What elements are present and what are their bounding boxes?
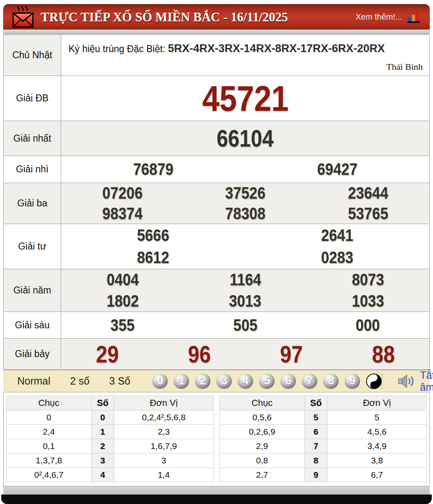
table-row: 0,8 8 3,8 (220, 454, 427, 468)
summary-cell: 1,4 (114, 468, 214, 482)
column-header-so: Số (91, 396, 114, 410)
ball-1[interactable]: 1 (174, 373, 189, 389)
prize-row-5: Giải năm 0404 1164 8073 1802 3013 1033 (4, 269, 429, 312)
weekday-label: Chủ Nhật (4, 35, 61, 76)
speaker-icon[interactable] (398, 374, 415, 388)
table-row: 1,3,7,8 3 3 (7, 454, 214, 468)
ball-2[interactable]: 2 (195, 373, 210, 389)
prize-number: 66104 (217, 126, 274, 150)
chart-icon (406, 11, 421, 24)
table-row: 2,4 1 2,3 (7, 425, 214, 439)
column-header-chuc: Chục (7, 396, 92, 410)
summary-table-right: Chục Số Đơn Vị 0,5,6 5 5 0,2,6,9 6 4,5,6… (219, 396, 427, 482)
summary-cell: 4 (91, 468, 114, 482)
table-row: 0 0 0,2,4²,5,6,8 (7, 410, 214, 425)
prize-number: 0404 (106, 271, 138, 288)
province-label: Thái Bình (386, 62, 423, 72)
envelope-icon (12, 6, 34, 29)
prize-label: Giải ba (4, 183, 61, 224)
prize-number: 29 (96, 342, 118, 366)
column-header-chuc: Chục (220, 396, 305, 410)
prize-label: Giải sáu (4, 312, 61, 338)
table-row: 0,1 2 1,6,7,9 (7, 439, 214, 454)
header-divider-band (3, 30, 430, 35)
summary-cell: 5 (304, 410, 327, 425)
summary-cell: 0²,4,6,7 (7, 468, 92, 482)
prize-row-4: Giải tư 5666 2641 8612 0283 (4, 224, 429, 269)
lottery-widget: TRỰC TIẾP XỔ SỐ MIỀN BẮC - 16/11/2025 Xe… (0, 0, 433, 504)
prize-number: 1802 (106, 293, 138, 309)
summary-cell: 1,3,7,8 (7, 454, 92, 468)
prize-number: 8612 (137, 249, 169, 266)
header-bar: TRỰC TIẾP XỔ SỐ MIỀN BẮC - 16/11/2025 Xe… (3, 4, 430, 30)
summary-cell: 4,5,6 (327, 425, 427, 439)
prize-number: 23644 (348, 185, 388, 202)
ball-0[interactable]: 0 (152, 373, 168, 389)
ball-7[interactable]: 7 (302, 373, 317, 389)
mode-2digits-button[interactable]: 2 số (60, 375, 99, 387)
table-row: 0,5,6 5 5 (220, 410, 427, 425)
see-more-link[interactable]: Xem thêm!... (356, 11, 421, 24)
summary-cell: 0 (91, 410, 114, 425)
table-row: 2,9 7 3,4,9 (220, 439, 427, 454)
mode-3digits-button[interactable]: 3 Số (99, 375, 140, 387)
prize-label: Giải ĐB (4, 76, 61, 121)
prize-row-7: Giải bảy 29 96 97 88 (4, 339, 429, 370)
column-header-donvi: Đơn Vị (114, 396, 214, 410)
page-title: TRỰC TIẾP XỔ SỐ MIỀN BẮC - 16/11/2025 (41, 10, 288, 25)
prize-label: Giải năm (4, 269, 61, 312)
mode-normal-button[interactable]: Normal (7, 375, 60, 387)
prize-number: 2641 (321, 227, 353, 244)
ball-3[interactable]: 3 (216, 373, 232, 389)
prize-row-db: Giải ĐB 45721 (4, 76, 429, 121)
summary-cell: 2,3 (114, 425, 214, 439)
prize-number: 8073 (352, 271, 384, 288)
prize-number: 45721 (202, 80, 288, 117)
summary-cell: 6 (304, 425, 327, 439)
prize-number: 1033 (352, 293, 384, 309)
summary-cell: 3,8 (327, 454, 427, 468)
prize-number: 88 (372, 342, 394, 366)
ball-8[interactable]: 8 (323, 373, 339, 389)
summary-cell: 0,2,4²,5,6,8 (114, 410, 214, 425)
summary-cell: 2,7 (220, 468, 305, 482)
prize-number: 5666 (137, 227, 169, 244)
prize-row-6: Giải sáu 355 505 000 (4, 312, 429, 339)
number-balls: 0 1 2 3 4 5 6 7 8 9 (152, 373, 360, 389)
prize-number: 0283 (321, 249, 353, 266)
summary-cell: 2,9 (220, 439, 305, 454)
table-row: 2,7 9 6,7 (220, 468, 427, 482)
prize-label: Giải nhì (4, 156, 61, 183)
prize-number: 355 (111, 317, 135, 334)
table-row: 0,2,6,9 6 4,5,6 (220, 425, 427, 439)
summary-cell: 9 (304, 468, 327, 482)
summary-cell: 6,7 (327, 468, 427, 482)
prize-row-3: Giải ba 07206 37526 23644 98374 78308 53… (4, 183, 429, 224)
prize-number: 3013 (229, 293, 261, 309)
prize-label: Giải nhất (4, 121, 61, 156)
mute-button[interactable]: Tắt âm (420, 369, 433, 393)
table-row: 0²,4,6,7 4 1,4 (7, 468, 214, 482)
prize-number: 1164 (230, 271, 261, 288)
summary-cell: 8 (304, 454, 327, 468)
summary-cell: 7 (304, 439, 327, 454)
column-header-donvi: Đơn Vị (327, 396, 427, 410)
special-sign-codes: 5RX-4RX-3RX-14RX-8RX-17RX-6RX-20RX (168, 42, 385, 55)
summary-cell: 0 (7, 410, 92, 425)
ball-5[interactable]: 5 (259, 373, 274, 389)
table-row: Chủ Nhật Ký hiệu trúng Đặc Biệt: 5RX-4RX… (4, 35, 429, 76)
ball-6[interactable]: 6 (281, 373, 296, 389)
prize-number: 37526 (225, 185, 265, 202)
results-table: Chủ Nhật Ký hiệu trúng Đặc Biệt: 5RX-4RX… (3, 35, 430, 370)
column-header-so: Số (304, 396, 327, 410)
yin-yang-icon[interactable] (366, 373, 382, 389)
summary-cell: 0,5,6 (220, 410, 305, 425)
prize-number: 505 (233, 317, 258, 334)
ball-4[interactable]: 4 (238, 373, 253, 389)
toolbar: Normal 2 số 3 Số 0 1 2 3 4 5 6 7 8 9 (3, 370, 430, 392)
prize-label: Giải bảy (4, 339, 61, 369)
summary-cell: 1,6,7,9 (114, 439, 214, 454)
summary-table-left: Chục Số Đơn Vị 0 0 0,2,4²,5,6,8 2,4 1 2,… (6, 396, 214, 482)
prize-number: 97 (280, 342, 302, 366)
ball-9[interactable]: 9 (345, 373, 360, 389)
